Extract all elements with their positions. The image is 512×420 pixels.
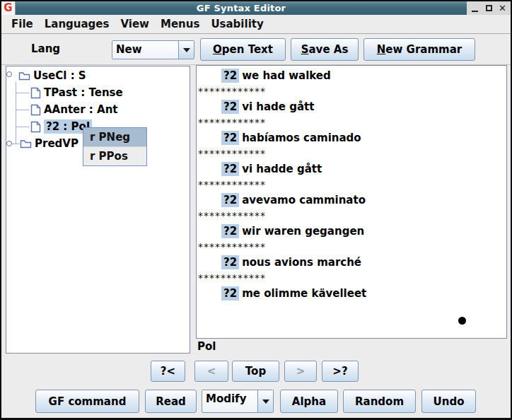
tree-connector-line: [16, 127, 29, 127]
gf-logo-icon: G: [4, 3, 12, 13]
app-logo: G: [1, 1, 16, 15]
linearization-content: ?2we had walked ************ ?2vi hade g…: [197, 66, 506, 338]
tree-connector-line: [16, 93, 29, 93]
folder-icon: [20, 139, 32, 148]
tree-node-label: AAnter : Ant: [44, 103, 118, 116]
modify-combobox-arrow-button[interactable]: [257, 390, 273, 412]
tree-node-predvp[interactable]: PredVP: [20, 136, 78, 151]
tree-node-tpast[interactable]: TPast : Tense: [30, 85, 123, 100]
lang-label: Lang: [31, 42, 60, 55]
document-icon: [30, 87, 41, 99]
title-bar[interactable]: GF Syntax Editor: [16, 1, 467, 15]
alpha-button[interactable]: Alpha: [280, 390, 338, 413]
sentence-french[interactable]: ?2nous avions marché: [197, 255, 506, 270]
tree-node-usecl[interactable]: UseCl : S: [18, 68, 86, 83]
minimize-button[interactable]: [470, 3, 481, 13]
modify-combobox[interactable]: Modify: [202, 390, 274, 413]
menu-bar: File Languages View Menus Usability: [1, 15, 511, 34]
tree-node-label: UseCl : S: [33, 69, 86, 82]
metavariable-token[interactable]: ?2: [221, 131, 239, 145]
refinement-popup-menu: r PNeg r PPos: [83, 127, 147, 166]
menu-view[interactable]: View: [115, 18, 155, 30]
gf-command-button[interactable]: GF command: [35, 390, 139, 413]
lang-combobox-arrow-button[interactable]: [178, 41, 194, 59]
metavariable-token[interactable]: ?2: [221, 255, 239, 269]
sentence-english[interactable]: ?2we had walked: [197, 68, 506, 83]
tree-handle-collapsed-icon[interactable]: [6, 141, 12, 146]
document-icon: [30, 121, 41, 133]
tree-node-aanter[interactable]: AAnter : Ant: [30, 102, 118, 117]
sentence-italian[interactable]: ?2avevamo camminato: [197, 192, 506, 208]
metavariable-token[interactable]: ?2: [221, 69, 239, 83]
gf-syntax-editor-window: G GF Syntax Editor ✕ File Languages View…: [0, 0, 512, 420]
nav-next-button[interactable]: >: [284, 361, 317, 382]
modify-combobox-value: Modify: [202, 390, 257, 412]
sentence-spanish[interactable]: ?2habíamos caminado: [197, 130, 506, 146]
minimize-icon: [472, 11, 478, 12]
tree-node-label: PredVP: [35, 137, 78, 150]
status-category-label: Pol: [197, 340, 216, 353]
open-text-button[interactable]: Open Text: [200, 38, 286, 61]
menu-usability[interactable]: Usability: [205, 18, 269, 30]
new-grammar-button[interactable]: New Grammar: [363, 38, 475, 61]
sentence-finnish[interactable]: ?2me olimme kävelleet: [197, 286, 506, 301]
menu-file[interactable]: File: [6, 18, 39, 30]
nav-next-metavariable-button[interactable]: >?: [322, 361, 359, 382]
sentence-norwegian[interactable]: ?2vi hadde gått: [197, 161, 506, 177]
window-title: GF Syntax Editor: [197, 3, 286, 13]
maximize-button[interactable]: [483, 3, 494, 13]
tree-node-label: TPast : Tense: [44, 86, 123, 99]
metavariable-token[interactable]: ?2: [221, 100, 239, 114]
metavariable-token[interactable]: ?2: [221, 193, 239, 207]
syntax-tree-panel: UseCl : S TPast : Tense AAnter : Ant ?2 …: [6, 66, 190, 354]
read-button[interactable]: Read: [145, 390, 197, 413]
window-controls: ✕: [467, 1, 511, 15]
chevron-down-icon: [262, 399, 269, 404]
lang-combobox-value: New: [112, 41, 178, 59]
random-button[interactable]: Random: [343, 390, 416, 413]
metavariable-token[interactable]: ?2: [221, 286, 239, 301]
nav-prev-metavariable-button[interactable]: ?<: [151, 361, 185, 382]
lang-combobox[interactable]: New: [112, 40, 194, 59]
document-icon: [30, 104, 41, 116]
menu-menus[interactable]: Menus: [155, 18, 205, 30]
linearization-panel: ?2we had walked ************ ?2vi hade g…: [196, 65, 507, 339]
toolbar: Lang New Open Text Save As New Grammar: [1, 34, 511, 65]
tree-connector-line: [16, 110, 29, 110]
separator-line: ************: [197, 177, 506, 192]
close-icon: ✕: [499, 4, 506, 13]
tree-handle-expanded-icon[interactable]: [6, 71, 12, 77]
menu-languages[interactable]: Languages: [39, 18, 115, 30]
close-button[interactable]: ✕: [497, 3, 508, 13]
separator-line: ************: [197, 83, 506, 99]
nav-prev-button[interactable]: <: [194, 361, 228, 382]
bullet-dot-icon: [458, 317, 466, 325]
maximize-icon: [486, 5, 492, 11]
metavariable-token[interactable]: ?2: [221, 224, 239, 238]
chevron-down-icon: [183, 48, 190, 52]
nav-top-button[interactable]: Top: [232, 361, 279, 382]
separator-line: ************: [197, 239, 506, 255]
popup-item-pneg[interactable]: r PNeg: [83, 128, 146, 147]
tree-connector-line: [16, 82, 16, 144]
folder-icon: [18, 71, 30, 81]
sentence-german[interactable]: ?2wir waren gegangen: [197, 223, 506, 239]
separator-line: ************: [197, 115, 506, 130]
save-as-button[interactable]: Save As: [291, 38, 359, 61]
separator-line: ************: [197, 146, 506, 161]
popup-item-ppos[interactable]: r PPos: [83, 147, 146, 166]
sentence-swedish[interactable]: ?2vi hade gått: [197, 99, 506, 115]
separator-line: ************: [197, 270, 506, 286]
undo-button[interactable]: Undo: [421, 390, 476, 413]
separator-line: ************: [197, 208, 506, 223]
metavariable-token[interactable]: ?2: [221, 162, 239, 176]
